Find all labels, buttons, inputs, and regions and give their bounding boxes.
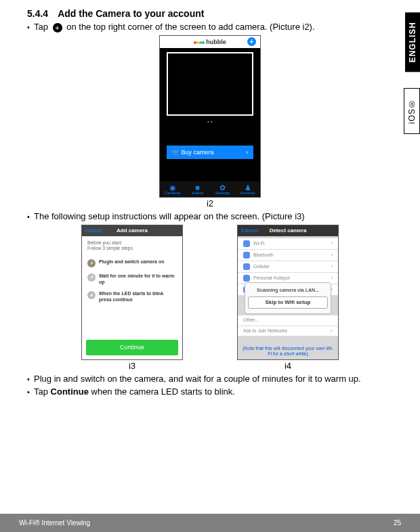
bullet-2-text: The following setup instructions will ap… (34, 211, 393, 222)
i4-note: (Note that this will disconnect your own… (242, 346, 334, 357)
bullet-4-text-b: when the camera LED starts to blink. (89, 386, 235, 397)
bluetooth-icon (243, 252, 250, 259)
settings-row-join[interactable]: Ask to Join Networks○ (238, 326, 338, 336)
bullet-marker: • (27, 211, 34, 222)
i4-header: Cancel Detect camera (238, 225, 338, 236)
hubble-logo: hubble (194, 39, 226, 46)
footer-page-number: 25 (394, 519, 401, 527)
hubble-text: hubble (206, 39, 226, 46)
bullet-marker: • (27, 22, 34, 32)
led-icon: ● (87, 291, 96, 299)
bullet-marker: • (27, 386, 34, 397)
i3-header: Cancel Add camera (82, 225, 182, 236)
settings-row-bluetooth[interactable]: Bluetooth› (238, 250, 338, 261)
i3-step2: ◔ Wait for one minute for it to warm up (82, 270, 182, 288)
i4-overlay: Scanning camera via LAN... Skip to Wifi … (245, 282, 331, 314)
settings-row-wifi[interactable]: Wi-Fi› (238, 238, 338, 250)
continue-button[interactable]: Continue (86, 340, 178, 355)
screenshot-i4: Cancel Detect camera Wi-Fi› Bluetooth› C… (237, 225, 339, 360)
bullet-marker: • (27, 374, 34, 384)
nav-videos[interactable]: ■Videos (185, 185, 210, 196)
settings-row-cellular[interactable]: Cellular› (238, 261, 338, 273)
i2-topbar: hubble + (160, 36, 260, 48)
page-footer: Wi-Fi® Internet Viewing 25 (0, 514, 420, 532)
scanning-text: Scanning camera via LAN... (248, 288, 328, 293)
cellular-icon (243, 263, 250, 270)
i3-step1: ⚡ Plugin and switch camera on (82, 256, 182, 270)
figure-i4-col: Cancel Detect camera Wi-Fi› Bluetooth› C… (237, 225, 339, 371)
bullet-1-text-a: Tap (34, 22, 51, 32)
add-camera-plus-icon[interactable]: + (247, 37, 256, 46)
i2-camera-preview (167, 52, 253, 116)
bullet-2: • The following setup instructions will … (27, 211, 393, 222)
i2-pager-dots: • • (160, 118, 260, 125)
section-number: 5.4.4 (27, 8, 48, 19)
section-title-text: Add the Camera to your account (58, 8, 204, 19)
footer-left: Wi-Fi® Internet Viewing (19, 519, 90, 527)
figure-row-i3-i4: Cancel Add camera Before you start: Foll… (27, 225, 393, 371)
continue-word: Continue (51, 386, 89, 397)
page-content: 5.4.4Add the Camera to your account • Ta… (0, 0, 420, 508)
figure-i2-wrap: hubble + • • 🛒 Buy camera› ◉Cameras ■Vid… (27, 35, 393, 208)
caption-i2: i2 (27, 198, 393, 208)
bullet-1: • Tap + on the top right corner of the s… (27, 22, 393, 32)
section-heading: 5.4.4Add the Camera to your account (27, 8, 393, 19)
nav-cameras[interactable]: ◉Cameras (160, 185, 185, 196)
i2-bottom-nav: ◉Cameras ■Videos ✿Settings ♟Account (160, 181, 260, 197)
caption-i4: i4 (237, 361, 339, 371)
i3-title: Add camera (117, 227, 148, 234)
settings-row-other[interactable]: Other... (238, 315, 338, 326)
bullet-1-text-b: on the top right corner of the screen to… (66, 22, 314, 32)
nav-settings[interactable]: ✿Settings (210, 185, 235, 196)
wifi-icon (243, 240, 250, 247)
bullet-4: • Tap Continue when the camera LED start… (27, 386, 393, 397)
clock-icon: ◔ (87, 273, 96, 282)
nav-account[interactable]: ♟Account (235, 185, 260, 196)
i4-cancel-button[interactable]: Cancel (241, 227, 258, 234)
hotspot-icon (243, 275, 250, 282)
i3-step3: ● When the LED starts to blink press con… (82, 288, 182, 305)
screenshot-i2: hubble + • • 🛒 Buy camera› ◉Cameras ■Vid… (159, 35, 261, 198)
bullet-3-text: Plug in and switch on the camera, and wa… (34, 374, 393, 384)
plus-icon: + (53, 23, 62, 32)
i4-title: Detect camera (270, 227, 307, 234)
buy-camera-button[interactable]: 🛒 Buy camera› (167, 146, 253, 160)
plug-icon: ⚡ (87, 259, 96, 267)
caption-i3: i3 (81, 361, 183, 371)
bullet-3: • Plug in and switch on the camera, and … (27, 374, 393, 384)
figure-i3-col: Cancel Add camera Before you start: Foll… (81, 225, 183, 371)
i3-intro: Before you start: Follow 3 simple steps (82, 236, 182, 256)
skip-wifi-button[interactable]: Skip to Wifi setup (248, 296, 328, 309)
bullet-4-text-a: Tap (34, 386, 51, 397)
i3-cancel-button[interactable]: Cancel (85, 227, 102, 234)
screenshot-i3: Cancel Add camera Before you start: Foll… (81, 225, 183, 360)
